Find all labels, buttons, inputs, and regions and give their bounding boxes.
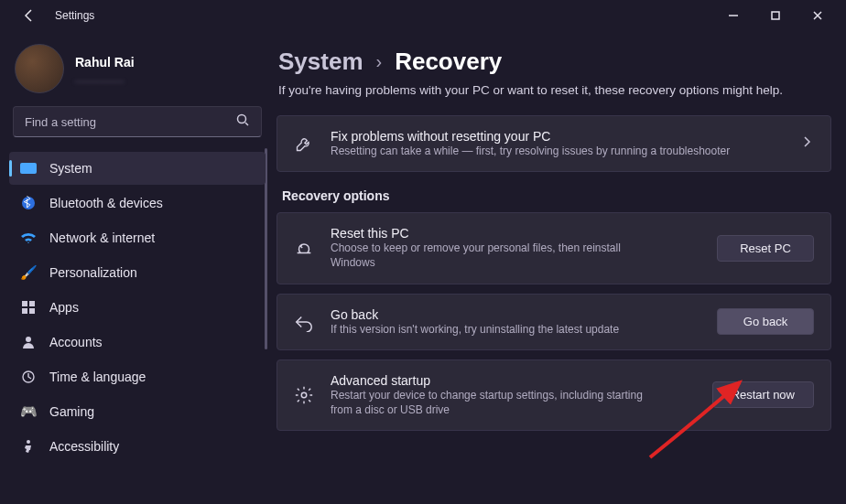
card-title: Go back [331,307,700,322]
sidebar-item-system[interactable]: System [9,152,266,185]
svg-point-10 [301,392,307,398]
card-title: Advanced startup [331,373,696,388]
breadcrumb: System › Recovery [278,48,831,76]
reset-pc-icon [294,238,314,258]
sidebar-item-label: Accessibility [49,439,119,454]
svg-point-1 [238,115,246,123]
card-sub: If this version isn't working, try unins… [331,322,660,337]
maximize-button[interactable] [754,0,797,31]
fix-problems-card[interactable]: Fix problems without resetting your PC R… [277,115,831,172]
sidebar-item-label: Personalization [49,265,137,280]
advanced-startup-card: Advanced startupRestart your device to c… [277,359,831,431]
svg-rect-0 [772,12,779,19]
bluetooth-icon [20,195,37,211]
svg-rect-4 [29,301,35,306]
sidebar-item-label: System [49,161,92,176]
avatar [15,44,64,93]
card-sub: Restart your device to change startup se… [331,388,660,417]
reset-pc-button[interactable]: Reset PC [717,235,814,262]
advanced-startup-button[interactable]: Restart now [712,381,814,408]
account-name: Rahul Rai [75,55,135,70]
card-title: Fix problems without resetting your PC [331,129,783,144]
page-subtitle: If you're having problems with your PC o… [278,83,831,97]
titlebar: Settings [0,0,846,31]
network-icon [20,230,37,246]
search-icon [235,113,250,131]
account-block[interactable]: Rahul Rai ________ [9,37,266,104]
sidebar-item-label: Accounts [49,335,103,349]
app-title: Settings [55,9,94,22]
account-email: ________ [75,70,135,82]
wrench-icon [294,134,314,153]
accounts-icon [20,334,37,350]
sidebar-item-label: Bluetooth & devices [49,196,163,210]
search-placeholder: Find a setting [25,115,96,129]
card-sub: Resetting can take a while — first, try … [331,144,783,158]
sidebar-item-network[interactable]: Network & internet [9,221,266,254]
close-button[interactable] [797,0,839,31]
card-sub: Choose to keep or remove your personal f… [331,241,660,270]
system-icon [20,160,37,177]
svg-point-7 [26,337,31,342]
search-input[interactable]: Find a setting [13,106,262,137]
sidebar-item-apps[interactable]: Apps [9,291,266,324]
reset-pc-card: Reset this PCChoose to keep or remove yo… [277,212,831,284]
section-label: Recovery options [282,188,831,203]
sidebar-item-label: Apps [49,300,79,315]
sidebar-item-label: Time & language [49,370,146,384]
svg-point-9 [27,440,30,444]
main-panel: System › Recovery If you're having probl… [275,31,846,504]
sidebar-item-time[interactable]: Time & language [9,360,266,393]
accessibility-icon [20,438,37,455]
breadcrumb-current: Recovery [395,48,502,76]
svg-point-2 [22,197,35,209]
svg-rect-3 [22,301,27,306]
go-back-icon [294,312,314,332]
sidebar-item-bluetooth[interactable]: Bluetooth & devices [9,187,266,220]
sidebar: Rahul Rai ________ Find a setting System… [0,31,275,504]
sidebar-item-accessibility[interactable]: Accessibility [9,430,266,463]
sidebar-item-label: Gaming [49,404,94,419]
go-back-button[interactable]: Go back [717,308,814,335]
chevron-right-icon [799,134,814,153]
svg-rect-6 [29,308,35,314]
personalization-icon: 🖌️ [20,264,37,281]
sidebar-item-accounts[interactable]: Accounts [9,326,266,359]
back-button[interactable] [20,6,38,25]
advanced-startup-icon [294,385,314,405]
gaming-icon: 🎮 [20,403,37,420]
apps-icon [20,299,37,316]
sidebar-item-gaming[interactable]: 🎮Gaming [9,395,266,428]
nav-list: SystemBluetooth & devicesNetwork & inter… [9,148,266,463]
sidebar-item-label: Network & internet [49,231,155,245]
minimize-button[interactable] [712,0,754,31]
time-icon [20,369,37,385]
go-back-card: Go backIf this version isn't working, tr… [277,294,831,350]
breadcrumb-parent[interactable]: System [278,48,363,76]
sidebar-item-personalization[interactable]: 🖌️Personalization [9,256,266,289]
card-title: Reset this PC [331,226,700,241]
chevron-right-icon: › [376,51,383,72]
svg-rect-5 [22,308,27,314]
